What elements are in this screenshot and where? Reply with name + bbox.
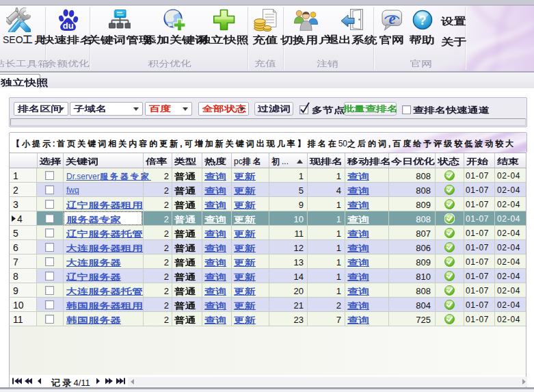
svg-text:e: e <box>388 10 395 27</box>
svg-text:?: ? <box>419 14 427 27</box>
svg-text:du: du <box>63 21 74 31</box>
